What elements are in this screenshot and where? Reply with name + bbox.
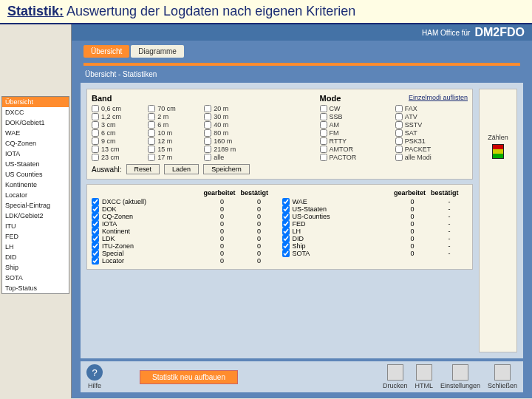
einstellungen-button[interactable]: Einstellungen <box>440 364 480 389</box>
page-title: Statistik: Auswertung der Logdaten nach … <box>0 0 532 24</box>
mode-option[interactable]: PACTOR <box>320 154 392 161</box>
mode-option[interactable]: RTTY <box>320 137 392 145</box>
stat-checkbox[interactable] <box>282 250 290 257</box>
stat-checkbox[interactable] <box>92 198 99 205</box>
stat-checkbox[interactable] <box>92 242 99 250</box>
band-option[interactable]: 3 cm <box>92 121 145 129</box>
stat-row: FED0- <box>282 220 468 228</box>
stat-checkbox[interactable] <box>92 228 99 235</box>
stat-row: LH0- <box>282 228 468 235</box>
laden-button[interactable]: Laden <box>164 164 199 174</box>
mode-option[interactable]: AMTOR <box>320 146 392 153</box>
band-option[interactable]: 12 m <box>148 137 201 145</box>
mode-option[interactable]: FM <box>320 129 392 137</box>
sidebar-item[interactable]: DXCC <box>2 107 69 117</box>
sidebar-item[interactable]: LDK/Gebiet2 <box>2 211 69 221</box>
stat-checkbox[interactable] <box>282 198 290 205</box>
mode-option[interactable]: ATV <box>395 113 468 120</box>
sidebar-item[interactable]: Locator <box>2 190 69 200</box>
tab[interactable]: Übersicht <box>83 45 129 58</box>
sidebar-item[interactable]: ITU <box>2 221 69 231</box>
band-option[interactable]: 2189 m <box>204 146 257 153</box>
band-option[interactable]: 6 cm <box>92 129 145 137</box>
band-option[interactable]: 2 m <box>148 113 201 120</box>
band-heading: Band <box>92 94 112 103</box>
band-option[interactable]: alle <box>204 154 257 161</box>
band-option[interactable]: 13 cm <box>92 146 145 153</box>
band-option[interactable]: 40 m <box>204 121 257 129</box>
band-option <box>260 129 313 137</box>
stat-row: DXCC (aktuell)00 <box>92 198 278 205</box>
band-option[interactable]: 10 m <box>148 129 201 137</box>
sidebar-item[interactable]: Kontinente <box>2 180 69 190</box>
mode-option[interactable]: AM <box>320 121 392 129</box>
sidebar-item[interactable]: US-Staaten <box>2 159 69 169</box>
band-option <box>260 105 313 112</box>
stat-checkbox[interactable] <box>92 220 99 228</box>
band-option[interactable]: 80 m <box>204 129 257 137</box>
drucken-button[interactable]: Drucken <box>383 364 408 389</box>
tab[interactable]: Diagramme <box>131 45 184 58</box>
app-topbar: HAM Office für DM2FDO <box>72 24 532 41</box>
band-option[interactable]: 20 m <box>204 105 257 112</box>
sidebar-item[interactable]: DOK/Gebiet1 <box>2 117 69 128</box>
stat-checkbox[interactable] <box>92 213 99 220</box>
mode-option[interactable]: CW <box>320 105 392 112</box>
close-icon <box>494 364 511 381</box>
schliessen-button[interactable]: Schließen <box>488 364 517 389</box>
band-option[interactable]: 23 cm <box>92 154 145 161</box>
hilfe-button[interactable]: ? Hilfe <box>86 364 103 389</box>
traffic-light-icon <box>492 144 504 159</box>
stat-checkbox[interactable] <box>92 205 99 213</box>
sidebar-item[interactable]: SOTA <box>2 273 69 283</box>
rebuild-button[interactable]: Statistik neu aufbauen <box>140 370 238 384</box>
sidebar-item[interactable]: Special-Eintrag <box>2 200 69 211</box>
stat-checkbox[interactable] <box>92 257 99 265</box>
sidebar-item[interactable]: LH <box>2 242 69 252</box>
callsign: DM2FDO <box>474 26 525 39</box>
mode-option[interactable]: SSTV <box>395 121 468 129</box>
reset-button[interactable]: Reset <box>126 164 160 174</box>
speichern-button[interactable]: Speichern <box>203 164 250 174</box>
html-button[interactable]: HTML <box>415 364 433 389</box>
printer-icon <box>387 364 403 381</box>
stat-checkbox[interactable] <box>92 250 99 257</box>
band-option[interactable]: 17 m <box>148 154 201 161</box>
sidebar-item[interactable]: FED <box>2 231 69 242</box>
stat-row: SOTA0- <box>282 250 468 257</box>
stat-checkbox[interactable] <box>282 235 290 242</box>
stat-checkbox[interactable] <box>92 235 99 242</box>
mode-option[interactable]: SSB <box>320 113 392 120</box>
stat-checkbox[interactable] <box>282 205 290 213</box>
band-option[interactable]: 70 cm <box>148 105 201 112</box>
mode-option[interactable]: PSK31 <box>395 137 468 145</box>
mode-heading: Mode <box>320 94 341 103</box>
band-option[interactable]: 9 cm <box>92 137 145 145</box>
mode-option[interactable]: PACKET <box>395 146 468 153</box>
stat-checkbox[interactable] <box>282 220 290 228</box>
band-option[interactable]: 0,6 cm <box>92 105 145 112</box>
band-option[interactable]: 6 m <box>148 121 201 129</box>
mode-option[interactable]: FAX <box>395 105 468 112</box>
sidebar-item[interactable]: Top-Status <box>2 283 69 293</box>
stat-row: CQ-Zonen00 <box>92 213 278 220</box>
band-option[interactable]: 30 m <box>204 113 257 120</box>
stat-checkbox[interactable] <box>282 228 290 235</box>
sidebar-item[interactable]: Ship <box>2 262 69 273</box>
sidebar-item[interactable]: WAE <box>2 128 69 138</box>
mode-option[interactable]: SAT <box>395 129 468 137</box>
band-option[interactable]: 1,2 cm <box>92 113 145 120</box>
band-option[interactable]: 160 m <box>204 137 257 145</box>
stat-checkbox[interactable] <box>282 242 290 250</box>
sidebar-item[interactable]: US Counties <box>2 169 69 180</box>
band-option[interactable]: 15 m <box>148 146 201 153</box>
sidebar-item[interactable]: Übersicht <box>2 97 69 107</box>
mode-option[interactable]: alle Modi <box>395 154 468 161</box>
sidebar-item[interactable]: DID <box>2 252 69 262</box>
auswahl-label: Auswahl: <box>92 166 122 174</box>
left-sidebar: ÜbersichtDXCCDOK/Gebiet1WAECQ-ZonenIOTAU… <box>0 24 72 398</box>
einzelmodi-link[interactable]: Einzelmodi auflisten <box>409 94 468 103</box>
sidebar-item[interactable]: CQ-Zonen <box>2 138 69 149</box>
stat-checkbox[interactable] <box>282 213 290 220</box>
sidebar-item[interactable]: IOTA <box>2 149 69 159</box>
